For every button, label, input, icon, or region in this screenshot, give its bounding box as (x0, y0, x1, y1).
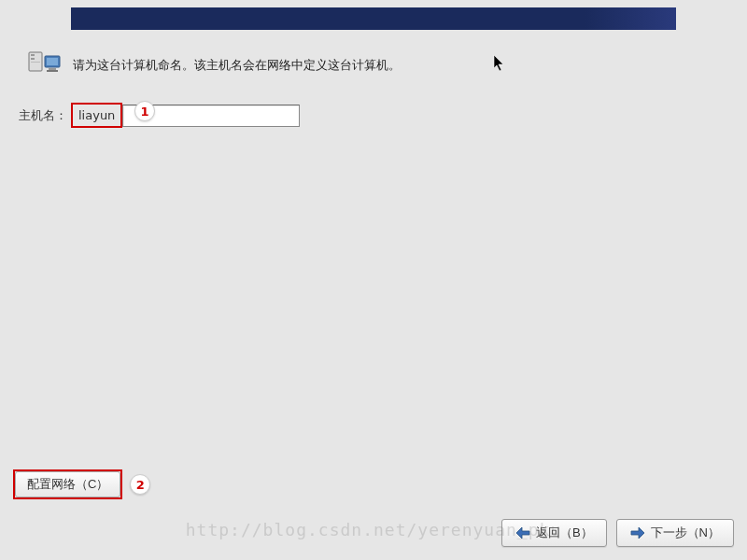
configure-network-button[interactable]: 配置网络（C） (15, 471, 120, 497)
header-banner (71, 7, 676, 30)
svg-rect-1 (31, 54, 35, 56)
next-button[interactable]: 下一步（N） (616, 519, 734, 547)
computer-hostname-icon (28, 50, 62, 80)
hostname-value-text: liayun (75, 105, 119, 125)
svg-rect-3 (31, 62, 40, 63)
hostname-label: 主机名： (19, 107, 67, 124)
mouse-cursor-icon (493, 54, 506, 73)
back-button-label: 返回（B） (536, 525, 593, 541)
back-button[interactable]: 返回（B） (501, 519, 607, 547)
svg-rect-2 (31, 58, 35, 60)
svg-rect-5 (47, 58, 58, 65)
hostname-row: 主机名： liayun (19, 103, 300, 128)
hostname-highlight: liayun (71, 103, 122, 128)
svg-rect-7 (47, 70, 58, 72)
next-button-label: 下一步（N） (651, 525, 720, 541)
arrow-left-icon (515, 526, 530, 539)
instruction-row: 请为这台计算机命名。该主机名会在网络中定义这台计算机。 (28, 50, 401, 80)
svg-rect-6 (49, 68, 56, 70)
footer-nav: 返回（B） 下一步（N） (501, 519, 734, 547)
arrow-right-icon (630, 526, 645, 539)
configure-network-row: 配置网络（C） 2 (13, 469, 150, 499)
annotation-callout-1: 1 (134, 101, 155, 121)
instruction-text: 请为这台计算机命名。该主机名会在网络中定义这台计算机。 (73, 57, 401, 74)
annotation-callout-2: 2 (130, 474, 150, 495)
configure-network-highlight: 配置网络（C） (13, 469, 122, 499)
